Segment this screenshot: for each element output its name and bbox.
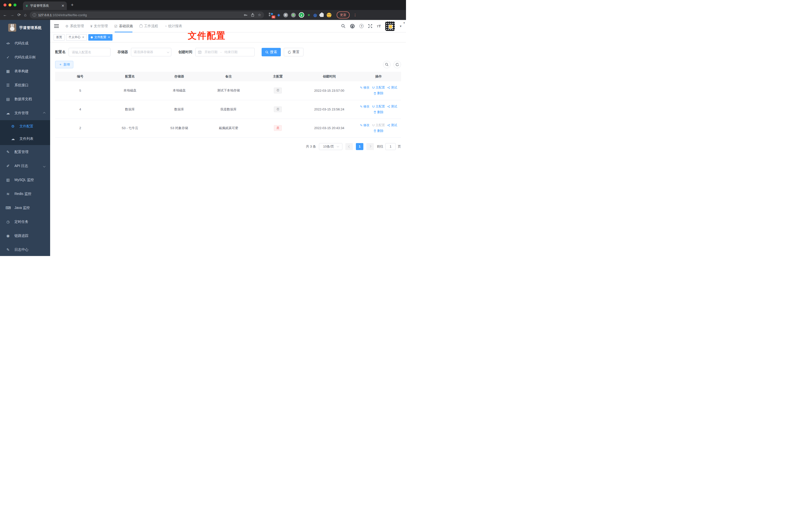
page-size-select[interactable]: 10条/页	[319, 143, 342, 150]
refresh-table-button[interactable]	[394, 61, 401, 68]
nav-item-payment[interactable]: ¥ 支付管理	[90, 20, 108, 32]
sidebar-item-mysql-monitor[interactable]: ▥ MySQL 监控	[0, 173, 50, 187]
home-icon[interactable]: ⌂	[24, 13, 26, 17]
nav-item-system[interactable]: ⚙ 系统管理	[65, 20, 84, 32]
master-config-link[interactable]: 主配置	[372, 86, 385, 90]
fullscreen-icon[interactable]	[368, 24, 372, 28]
test-link[interactable]: 测试	[387, 104, 397, 109]
tag-file-config[interactable]: 文件配置 ✕	[88, 34, 113, 41]
help-icon[interactable]: ?	[359, 24, 364, 28]
reset-button[interactable]: 重置	[284, 48, 303, 56]
active-dot	[91, 36, 93, 38]
next-page-button[interactable]	[366, 143, 374, 150]
share-alt-icon	[387, 124, 390, 127]
extension-gem-icon[interactable]: ◈	[277, 13, 280, 17]
extension-swirl-icon[interactable]: ◎	[314, 13, 317, 18]
url-path: :1024/infra/file/file-config	[52, 13, 87, 17]
mysql-monitor-icon: ▥	[5, 178, 10, 182]
zoom-window-button[interactable]	[13, 3, 17, 6]
edit-icon: ✎	[360, 123, 362, 127]
extension-command-icon[interactable]: ⌘	[283, 13, 288, 18]
sidebar-item-trace[interactable]: ◉ 链路追踪	[0, 229, 50, 243]
sidebar-item-system-api[interactable]: ☰ 系统接口	[0, 78, 50, 92]
sidebar-item-code-gen[interactable]: </> 代码生成	[0, 36, 50, 50]
sidebar-item-db-doc[interactable]: ▤ 数据库文档	[0, 92, 50, 106]
menu-kebab-icon[interactable]: ⋮	[353, 13, 357, 17]
delete-link[interactable]: 删除	[374, 91, 383, 95]
browser-tab[interactable]: ❦ 芋道管理系统 ✕	[23, 1, 67, 10]
sidebar-item-file-management[interactable]: ☁ 文件管理	[0, 106, 50, 120]
edit-link[interactable]: ✎修改	[360, 86, 369, 90]
nav-item-infrastructure[interactable]: ☑ 基础设施	[114, 20, 133, 32]
toggle-search-button[interactable]	[383, 61, 390, 68]
new-tab-button[interactable]: +	[71, 2, 74, 8]
site-info-icon[interactable]: i	[33, 13, 36, 17]
date-range-picker[interactable]: 开始日期 - 结束日期	[195, 48, 255, 56]
magnet-icon	[372, 124, 375, 127]
page-number-current[interactable]: 1	[356, 143, 364, 150]
sidebar-item-java-monitor[interactable]: ⌨ Java 监控	[0, 201, 50, 215]
tag-home[interactable]: 首页	[54, 34, 65, 41]
sidebar-item-form-builder[interactable]: ▦ 表单构建	[0, 64, 50, 78]
briefcase-icon	[139, 25, 143, 27]
delete-link[interactable]: 删除	[374, 110, 383, 114]
github-icon[interactable]	[350, 24, 355, 29]
tab-strip: ❦ 芋道管理系统 ✕ +	[0, 0, 406, 10]
test-link[interactable]: 测试	[387, 123, 397, 127]
nav-item-reports[interactable]: ◔ 统计报表	[165, 20, 182, 32]
extension-grid-icon[interactable]: ◆ 11	[269, 12, 274, 18]
extension-emoji-icon[interactable]	[327, 13, 331, 18]
close-window-button[interactable]	[3, 3, 6, 6]
goto-page-input[interactable]	[385, 143, 396, 150]
nav-item-workflow[interactable]: 工作流程	[139, 20, 158, 32]
address-bar[interactable]: i 127.0.0.1:1024/infra/file/file-config …	[30, 11, 264, 19]
storage-select[interactable]: 请选择存储器	[131, 48, 171, 56]
edit-link[interactable]: ✎修改	[360, 123, 369, 127]
sidebar-item-redis-monitor[interactable]: ≋ Redis 监控	[0, 187, 50, 201]
back-icon[interactable]: ←	[3, 13, 7, 17]
caret-down-icon[interactable]: ▼	[399, 25, 402, 28]
add-button[interactable]: ＋ 新增	[55, 61, 73, 68]
range-separator: -	[221, 50, 222, 54]
search-button[interactable]: 搜索	[262, 48, 281, 56]
close-icon[interactable]: ✕	[108, 36, 110, 39]
sidebar-item-file-list[interactable]: ☁ 文件列表	[0, 132, 50, 145]
chrome-update-button[interactable]: 更新	[337, 11, 350, 19]
collapse-sidebar-icon[interactable]	[54, 24, 59, 28]
extension-v-icon[interactable]: y	[299, 12, 304, 18]
tab-close-icon[interactable]: ✕	[61, 4, 64, 8]
extensions-puzzle-icon[interactable]	[320, 13, 324, 17]
sidebar-logo[interactable]: 芋道管理系统	[0, 20, 50, 33]
scrollbar-up-icon[interactable]: ▾	[404, 22, 405, 24]
edit-link[interactable]: ✎修改	[360, 104, 369, 109]
forward-icon[interactable]: →	[10, 13, 14, 17]
close-icon[interactable]: ✕	[82, 36, 84, 39]
prev-page-button[interactable]	[345, 143, 353, 150]
share-icon[interactable]	[251, 13, 254, 17]
key-icon[interactable]	[244, 13, 248, 17]
sliders-icon: ☰	[5, 83, 10, 88]
bookmark-star-icon[interactable]: ☆	[258, 13, 261, 17]
master-config-link[interactable]: 主配置	[372, 104, 385, 109]
config-name-input[interactable]	[68, 48, 111, 56]
extension-green-dot-icon[interactable]	[291, 13, 296, 18]
sidebar-item-file-config[interactable]: ⚙ 文件配置	[0, 120, 50, 132]
minimize-window-button[interactable]	[8, 3, 11, 6]
sidebar-item-config-management[interactable]: ✎ 配置管理	[0, 145, 50, 159]
app-window: 芋道管理系统 </> 代码生成 ✓ 代码生成示例 ▦ 表单构建 ☰ 系统接口 ▤…	[0, 20, 406, 256]
table-header-row: 编号 配置名 存储器 备注 主配置 创建时间 操作	[55, 72, 401, 81]
gear-icon: ⚙	[10, 124, 16, 129]
reload-icon[interactable]: ⟳	[18, 13, 21, 17]
sidebar-item-api-log[interactable]: ✐ API 日志	[0, 159, 50, 173]
delete-link[interactable]: 删除	[374, 129, 383, 133]
sidebar-item-log-center[interactable]: ✎ 日志中心	[0, 243, 50, 256]
gear-icon: ⚙	[65, 24, 68, 28]
avatar[interactable]	[385, 22, 395, 31]
sidebar-item-code-demo[interactable]: ✓ 代码生成示例	[0, 50, 50, 64]
sidebar-item-scheduled-tasks[interactable]: ◷ 定时任务	[0, 215, 50, 229]
extension-star-icon[interactable]: ✶	[307, 13, 311, 18]
test-link[interactable]: 测试	[387, 86, 397, 90]
font-size-icon[interactable]: TT	[377, 24, 381, 28]
search-icon[interactable]	[341, 24, 345, 28]
tag-profile[interactable]: 个人中心 ✕	[66, 34, 87, 41]
